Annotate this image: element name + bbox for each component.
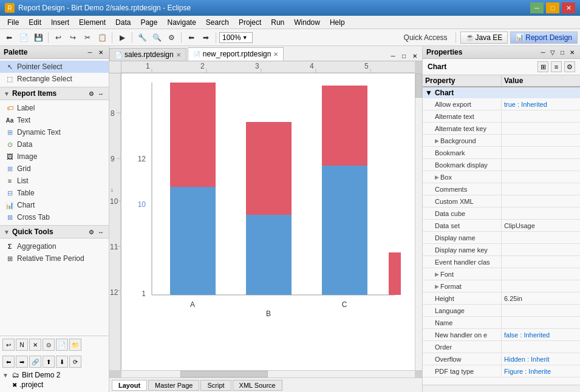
quick-tools-config-btn[interactable]: ⚙ [87,228,95,236]
bottom-btn-9[interactable]: 🔗 [29,356,41,368]
bottom-btn-7[interactable]: ⬅ [2,356,15,368]
palette-item-text[interactable]: Aa Text [0,114,109,126]
prop-val-overflow[interactable]: Hidden : Inherit [502,353,580,365]
prop-icon-1[interactable]: ⊞ [537,61,548,72]
prop-val-bookmark-display[interactable] [502,159,580,171]
menu-edit[interactable]: Edit [24,17,46,28]
tree-item-project[interactable]: ✖ .project [2,380,106,390]
prop-icon-2[interactable]: ≡ [551,61,562,72]
prop-val-alternate-text[interactable] [502,110,580,122]
toolbar-btn-7[interactable]: 📋 [95,31,109,44]
palette-item-data[interactable]: ⊙ Data [0,138,109,150]
tab-layout[interactable]: Layout [112,380,147,391]
bottom-btn-8[interactable]: ➡ [16,356,28,368]
prop-val-bookmark[interactable] [502,147,580,158]
menu-help[interactable]: Help [325,17,350,28]
quick-tools-header[interactable]: ▼ Quick Tools ⚙ ↔ [0,225,109,238]
v-scrollbar-thumb[interactable] [415,73,422,98]
tab-minimize-btn[interactable]: ─ [388,51,398,61]
palette-item-label[interactable]: 🏷 Label [0,102,109,114]
palette-item-rectangle-select[interactable]: ⬚ Rectangle Select [0,73,109,85]
tab-master-page[interactable]: Master Page [148,380,199,391]
bottom-btn-2[interactable]: N [16,339,28,351]
report-items-config-btn[interactable]: ⚙ [87,89,95,98]
bottom-btn-12[interactable]: ⟳ [69,356,81,368]
prop-icon-3[interactable]: ⚙ [564,61,575,72]
report-items-expand-btn[interactable]: ↔ [97,89,105,98]
bottom-btn-5[interactable]: 📄 [56,339,68,351]
toolbar-btn-11[interactable]: ⬅ [185,31,198,44]
bottom-btn-3[interactable]: ✕ [29,339,41,351]
prop-val-pdf-tag[interactable]: Figure : Inherite [502,365,580,377]
menu-window[interactable]: Window [289,17,325,28]
palette-item-relative-time[interactable]: ⊞ Relative Time Period [0,252,109,265]
prop-val-new-handler[interactable]: false : Inherited [502,329,580,340]
zoom-dropdown-icon[interactable]: ▼ [242,35,248,41]
menu-search[interactable]: Search [201,17,234,28]
bottom-btn-1[interactable]: ↩ [2,339,15,351]
menu-page[interactable]: Page [135,17,162,28]
properties-minimize-btn[interactable]: ─ [539,48,547,56]
palette-item-cross-tab[interactable]: ⊠ Cross Tab [0,211,109,223]
prop-val-format[interactable] [502,280,580,292]
h-scrollbar-thumb[interactable] [180,371,268,377]
toolbar-btn-4[interactable]: ↩ [52,31,65,44]
report-items-header[interactable]: ▼ Report Items ⚙ ↔ [0,87,109,100]
prop-val-comments[interactable] [502,183,580,195]
properties-restore-btn[interactable]: □ [558,48,567,56]
palette-minimize-btn[interactable]: ─ [86,48,94,56]
prop-val-name[interactable] [502,317,580,328]
prop-val-font[interactable] [502,268,580,280]
close-button[interactable]: ✕ [562,2,575,13]
toolbar-btn-8[interactable]: 🔧 [135,31,149,44]
maximize-button[interactable]: □ [546,2,559,13]
palette-item-list[interactable]: ≡ List [0,175,109,187]
properties-scrollbar[interactable] [423,385,580,392]
menu-navigate[interactable]: Navigate [162,17,200,28]
palette-item-pointer-select[interactable]: ↖ Pointer Select [0,61,109,73]
palette-item-grid[interactable]: ⊞ Grid [0,163,109,175]
menu-element[interactable]: Element [74,17,111,28]
java-ee-perspective[interactable]: ☕ Java EE [460,32,508,44]
tree-item-birt-demo[interactable]: ▼ 🗂 Birt Demo 2 [2,370,106,380]
toolbar-btn-2[interactable]: 📄 [17,31,30,44]
zoom-box[interactable]: 100% ▼ [219,32,253,43]
vertical-scrollbar[interactable] [415,73,422,370]
tab-script[interactable]: Script [200,380,231,391]
prop-val-language[interactable] [502,305,580,316]
toolbar-btn-9[interactable]: 🔍 [150,31,163,44]
toolbar-btn-5[interactable]: ↪ [66,31,80,44]
prop-val-order[interactable] [502,341,580,353]
quick-tools-expand-btn[interactable]: ↔ [97,228,105,236]
canvas[interactable]: 1 10 12 [121,73,415,370]
prop-val-display-name[interactable] [502,232,580,243]
menu-file[interactable]: File [2,17,24,28]
prop-val-data-cube[interactable] [502,208,580,219]
tab-maximize-btn[interactable]: □ [399,51,409,61]
prop-val-alternate-text-key[interactable] [502,123,580,134]
menu-insert[interactable]: Insert [46,17,74,28]
prop-val-display-name-key[interactable] [502,244,580,255]
palette-item-chart[interactable]: 📊 Chart [0,199,109,211]
minimize-button[interactable]: ─ [530,2,544,13]
menu-run[interactable]: Run [266,17,289,28]
palette-item-dynamic-text[interactable]: ⊞ Dynamic Text [0,126,109,138]
tab-new-report[interactable]: 📄 new_report.rptdesign ✕ [188,47,284,61]
toolbar-btn-6[interactable]: ✂ [81,31,94,44]
prop-val-box[interactable] [502,171,580,183]
prop-val-custom-xml[interactable] [502,195,580,207]
toolbar-run[interactable]: ▶ [115,31,129,44]
toolbar-btn-10[interactable]: ⚙ [165,31,178,44]
palette-item-aggregation[interactable]: Σ Aggregation [0,240,109,252]
prop-val-event-handler[interactable] [502,256,580,268]
palette-close-btn[interactable]: ✕ [97,48,105,56]
properties-close-btn[interactable]: ✕ [568,48,576,56]
tab-sales[interactable]: 📄 sales.rptdesign ✕ [109,48,186,61]
tab-new-report-close[interactable]: ✕ [273,51,278,58]
prop-section-chart[interactable]: ▼ Chart [423,87,580,98]
report-design-perspective[interactable]: 📊 Report Design [510,32,578,44]
menu-data[interactable]: Data [111,17,135,28]
palette-item-image[interactable]: 🖼 Image [0,150,109,163]
toolbar-btn-12[interactable]: ➡ [199,31,213,44]
prop-val-height[interactable]: 6.25in [502,292,580,304]
